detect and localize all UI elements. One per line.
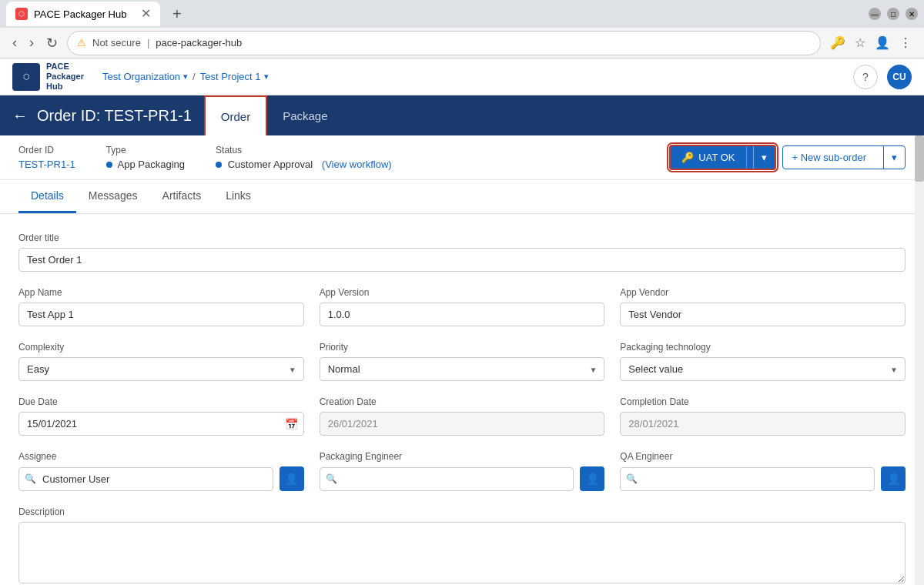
completion-date-input: [620, 412, 906, 436]
logo-icon: ⬡: [12, 63, 40, 91]
logo-text: PACE Packager Hub: [46, 62, 84, 92]
assignee-pick-button[interactable]: 👤: [280, 466, 304, 491]
help-button[interactable]: ?: [853, 65, 878, 89]
minimize-button[interactable]: —: [869, 8, 881, 20]
page-back-button[interactable]: ←: [12, 107, 28, 125]
tab-messages[interactable]: Messages: [76, 180, 150, 213]
packaging-tech-select[interactable]: Select value: [620, 357, 906, 381]
completion-date-col: Completion Date: [620, 396, 906, 436]
app-version-col: App Version: [320, 287, 605, 326]
packaging-tech-label: Packaging technology: [620, 342, 906, 353]
assignee-user-icon: 👤: [285, 473, 298, 485]
tab-title: PACE Packager Hub: [34, 8, 135, 20]
complexity-label: Complexity: [18, 342, 304, 353]
browser-tab[interactable]: ⬡ PACE Packager Hub ✕: [6, 2, 160, 26]
app-name-col: App Name: [18, 287, 304, 326]
packaging-engineer-input[interactable]: [320, 467, 574, 491]
maximize-button[interactable]: □: [887, 8, 899, 20]
description-textarea[interactable]: [18, 522, 906, 583]
order-type-group: Type App Packaging: [106, 145, 185, 170]
uat-ok-button[interactable]: 🔑 UAT OK ▾: [669, 145, 775, 170]
order-id-group: Order ID TEST-PR1-1: [18, 145, 75, 170]
action-buttons: 🔑 UAT OK ▾ + New sub-order ▾: [669, 145, 906, 170]
qa-engineer-pick-button[interactable]: 👤: [881, 466, 906, 491]
breadcrumb-org[interactable]: Test Organization ▾: [102, 71, 188, 82]
scrollbar-track[interactable]: [915, 135, 924, 585]
address-text: pace-packager-hub: [156, 37, 811, 48]
account-button[interactable]: 👤: [872, 32, 893, 53]
sub-order-chevron-icon[interactable]: ▾: [883, 146, 905, 169]
address-bar[interactable]: ⚠ Not secure | pace-packager-hub: [67, 31, 821, 55]
order-title-group: Order title: [18, 232, 906, 272]
due-date-calendar-icon[interactable]: 📅: [285, 418, 298, 430]
packaging-engineer-label: Packaging Engineer: [320, 451, 605, 462]
menu-button[interactable]: ⋮: [896, 32, 915, 53]
app-logo: ⬡ PACE Packager Hub: [12, 62, 84, 92]
content-tabs: Details Messages Artifacts Links: [0, 180, 924, 214]
breadcrumb: Test Organization ▾ / Test Project 1 ▾: [102, 71, 269, 82]
tab-artifacts[interactable]: Artifacts: [150, 180, 214, 213]
status-dot: [216, 162, 222, 168]
priority-label: Priority: [320, 342, 605, 353]
tab-details[interactable]: Details: [18, 180, 76, 213]
assignee-label: Assignee: [18, 451, 304, 462]
order-status-label: Status: [216, 145, 392, 155]
breadcrumb-project[interactable]: Test Project 1 ▾: [200, 71, 269, 82]
order-type-value: App Packaging: [106, 159, 185, 170]
security-warning-text: Not secure: [92, 37, 141, 48]
priority-select[interactable]: Normal High Low: [320, 357, 605, 381]
org-chevron-icon: ▾: [183, 72, 188, 82]
new-sub-order-button[interactable]: + New sub-order ▾: [782, 145, 906, 169]
description-label: Description: [18, 506, 906, 517]
view-workflow-link[interactable]: (View workflow): [322, 159, 392, 170]
security-warning-icon: ⚠: [77, 37, 86, 48]
window-controls: — □ ✕: [869, 8, 918, 20]
order-type-label: Type: [106, 145, 185, 155]
user-avatar[interactable]: CU: [887, 65, 912, 89]
uat-chevron-icon[interactable]: ▾: [753, 146, 775, 169]
qa-engineer-input[interactable]: [620, 467, 875, 491]
packaging-engineer-pick-button[interactable]: 👤: [580, 466, 604, 491]
complexity-col: Complexity Easy Medium Hard: [18, 342, 304, 381]
type-dot: [106, 162, 112, 168]
tab-close-button[interactable]: ✕: [141, 8, 151, 20]
tab-favicon: ⬡: [15, 8, 28, 20]
order-id-value[interactable]: TEST-PR1-1: [18, 159, 75, 170]
tab-package[interactable]: Package: [267, 95, 343, 135]
order-title-input[interactable]: [18, 248, 906, 272]
key-icon-button[interactable]: 🔑: [827, 32, 849, 53]
page-tabs: Order Package: [204, 95, 343, 135]
bookmark-button[interactable]: ☆: [852, 32, 869, 53]
refresh-button[interactable]: ↻: [43, 33, 61, 53]
app-name-label: App Name: [18, 287, 304, 298]
back-nav-button[interactable]: ‹: [9, 33, 20, 52]
packaging-eng-user-icon: 👤: [586, 473, 599, 485]
priority-col: Priority Normal High Low: [320, 342, 605, 381]
tab-links[interactable]: Links: [213, 180, 263, 213]
complexity-select[interactable]: Easy Medium Hard: [18, 357, 304, 381]
app-vendor-input[interactable]: [620, 303, 906, 326]
order-id-label: Order ID: [18, 145, 75, 155]
order-status-group: Status Customer Approval (View workflow): [216, 145, 392, 170]
packaging-eng-search-icon: 🔍: [326, 473, 337, 484]
creation-date-col: Creation Date: [320, 396, 605, 436]
app-vendor-col: App Vendor: [620, 287, 906, 326]
close-button[interactable]: ✕: [906, 8, 918, 20]
due-date-col: Due Date 📅: [18, 396, 304, 436]
app-name-input[interactable]: [18, 303, 304, 326]
completion-date-label: Completion Date: [620, 396, 906, 407]
creation-date-label: Creation Date: [320, 396, 605, 407]
assignee-input[interactable]: [18, 467, 273, 491]
order-title-label: Order title: [18, 232, 906, 243]
order-status-value: Customer Approval (View workflow): [216, 159, 392, 170]
new-tab-button[interactable]: +: [166, 5, 188, 23]
app-version-input[interactable]: [320, 303, 605, 326]
due-date-input[interactable]: [18, 412, 304, 436]
tab-order[interactable]: Order: [204, 95, 267, 135]
key-icon: 🔑: [681, 152, 694, 163]
forward-nav-button[interactable]: ›: [26, 33, 37, 52]
scrollbar-thumb[interactable]: [915, 135, 924, 182]
packaging-engineer-col: Packaging Engineer 🔍 👤: [320, 451, 605, 491]
app-vendor-label: App Vendor: [620, 287, 906, 298]
assignee-search-icon: 🔍: [25, 473, 36, 484]
